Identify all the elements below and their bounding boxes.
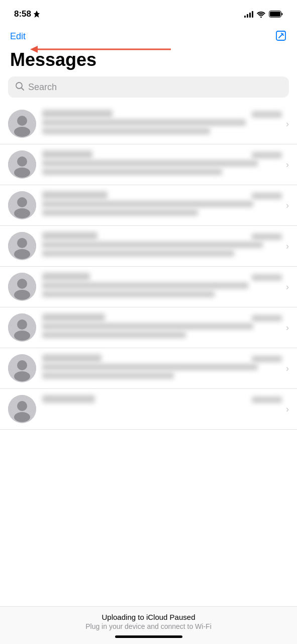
search-container: Search bbox=[0, 76, 297, 104]
svg-point-30 bbox=[17, 401, 27, 411]
conv-time bbox=[252, 111, 282, 118]
svg-point-18 bbox=[17, 238, 27, 248]
conv-time bbox=[252, 274, 282, 281]
avatar bbox=[8, 150, 36, 179]
chevron-icon: › bbox=[286, 119, 289, 129]
conversation-item[interactable]: › bbox=[0, 226, 297, 267]
conv-preview2 bbox=[42, 209, 198, 216]
svg-rect-2 bbox=[270, 12, 280, 17]
conversation-item[interactable]: › bbox=[0, 104, 297, 144]
conv-preview2 bbox=[42, 291, 215, 297]
conv-top bbox=[42, 354, 282, 362]
conv-top bbox=[42, 395, 282, 403]
conv-time bbox=[252, 356, 282, 362]
conv-name bbox=[42, 110, 113, 118]
conv-preview bbox=[42, 364, 258, 370]
svg-point-19 bbox=[14, 249, 30, 259]
search-icon bbox=[15, 82, 24, 93]
conv-preview2 bbox=[42, 169, 222, 175]
conv-name bbox=[42, 232, 97, 240]
avatar bbox=[8, 232, 36, 260]
svg-point-15 bbox=[17, 197, 27, 207]
conv-content bbox=[42, 395, 282, 405]
svg-point-25 bbox=[14, 331, 30, 341]
wifi-icon bbox=[257, 11, 265, 18]
conv-preview2 bbox=[42, 250, 234, 257]
conv-top bbox=[42, 273, 282, 281]
status-bar: 8:58 bbox=[0, 0, 297, 25]
svg-point-9 bbox=[17, 116, 27, 126]
edit-button[interactable]: Edit bbox=[10, 31, 26, 42]
conv-preview2 bbox=[42, 372, 174, 379]
conversation-item[interactable]: › bbox=[0, 348, 297, 389]
chevron-icon: › bbox=[286, 159, 289, 170]
svg-point-0 bbox=[260, 16, 262, 18]
compose-icon bbox=[275, 30, 287, 42]
svg-point-10 bbox=[14, 127, 30, 137]
conv-content bbox=[42, 191, 282, 216]
conversations-list: › › › bbox=[0, 104, 297, 430]
svg-point-16 bbox=[14, 208, 30, 218]
conv-preview bbox=[42, 323, 253, 330]
svg-point-24 bbox=[17, 319, 27, 330]
conv-top bbox=[42, 232, 282, 240]
svg-point-12 bbox=[17, 156, 27, 167]
location-icon bbox=[34, 11, 40, 18]
conv-time bbox=[252, 396, 282, 403]
conversation-item[interactable]: › bbox=[0, 144, 297, 185]
compose-button[interactable] bbox=[275, 30, 287, 43]
search-placeholder: Search bbox=[28, 82, 57, 93]
avatar bbox=[8, 395, 36, 423]
conv-preview2 bbox=[42, 128, 210, 134]
icloud-status-title: Uploading to iCloud Paused bbox=[10, 613, 287, 621]
svg-point-27 bbox=[17, 360, 27, 370]
search-bar[interactable]: Search bbox=[8, 76, 289, 98]
chevron-icon: › bbox=[286, 241, 289, 252]
time-display: 8:58 bbox=[14, 9, 31, 19]
conversation-item[interactable]: › bbox=[0, 185, 297, 226]
avatar bbox=[8, 273, 36, 301]
icloud-status-subtitle: Plug in your device and connect to Wi-Fi bbox=[10, 622, 287, 630]
avatar bbox=[8, 313, 36, 342]
chevron-icon: › bbox=[286, 200, 289, 211]
conversation-item[interactable]: › bbox=[0, 307, 297, 348]
avatar bbox=[8, 354, 36, 382]
conv-time bbox=[252, 152, 282, 158]
conv-content bbox=[42, 273, 282, 297]
avatar bbox=[8, 191, 36, 219]
conv-top bbox=[42, 150, 282, 158]
svg-point-13 bbox=[14, 168, 30, 178]
conversation-item[interactable]: › bbox=[0, 267, 297, 307]
conv-preview bbox=[42, 119, 246, 126]
conv-name bbox=[42, 191, 108, 199]
status-time: 8:58 bbox=[14, 9, 40, 19]
chevron-icon: › bbox=[286, 363, 289, 374]
avatar bbox=[8, 110, 36, 138]
signal-icon bbox=[244, 11, 253, 18]
conv-preview bbox=[42, 282, 248, 289]
svg-point-28 bbox=[14, 371, 30, 381]
conv-time bbox=[252, 193, 282, 199]
conv-content bbox=[42, 354, 282, 379]
svg-point-31 bbox=[14, 412, 30, 422]
status-icons bbox=[244, 11, 283, 18]
conv-time bbox=[252, 315, 282, 321]
conv-name bbox=[42, 395, 95, 403]
svg-line-7 bbox=[22, 88, 24, 90]
conv-content bbox=[42, 232, 282, 257]
conv-preview bbox=[42, 201, 253, 207]
conv-name bbox=[42, 354, 102, 362]
svg-point-6 bbox=[16, 83, 22, 89]
conv-top bbox=[42, 110, 282, 118]
chevron-icon: › bbox=[286, 404, 289, 415]
conv-name bbox=[42, 313, 105, 321]
conv-content bbox=[42, 313, 282, 338]
bottom-bar: Uploading to iCloud Paused Plug in your … bbox=[0, 606, 297, 644]
svg-point-22 bbox=[14, 290, 30, 300]
conv-content bbox=[42, 150, 282, 175]
conv-preview2 bbox=[42, 332, 186, 338]
chevron-icon: › bbox=[286, 282, 289, 292]
conversation-item[interactable]: › bbox=[0, 389, 297, 430]
conv-preview bbox=[42, 242, 263, 248]
conv-top bbox=[42, 313, 282, 321]
